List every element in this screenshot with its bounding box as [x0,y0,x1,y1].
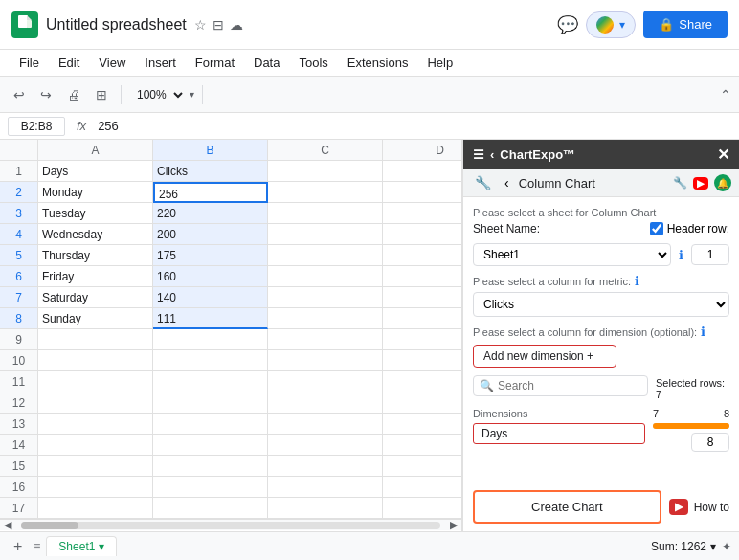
cell-c9[interactable] [268,329,383,350]
sum-chevron[interactable]: ▾ [710,540,716,553]
cell-a6[interactable]: Friday [38,266,153,287]
hscroll-track[interactable] [21,522,440,529]
redo-button[interactable]: ↪ [34,84,57,105]
panel-tools-button[interactable]: 🔧 [471,173,495,192]
horizontal-scrollbar[interactable]: ◀ ▶ [0,519,461,530]
print-button[interactable]: 🖨 [61,84,86,105]
scroll-right-arrow[interactable]: ▶ [446,519,461,531]
youtube-icon[interactable]: ▶ [693,177,708,190]
cell-a9[interactable] [38,329,153,350]
cell-b6[interactable]: 160 [153,266,268,287]
col-header-a[interactable]: A [38,140,153,161]
menu-edit[interactable]: Edit [51,54,87,72]
undo-button[interactable]: ↩ [8,84,31,105]
menu-help[interactable]: Help [419,54,460,72]
menu-format[interactable]: Format [188,54,242,72]
header-row-checkbox[interactable] [650,222,663,235]
cell-d5[interactable] [383,245,461,266]
cell-b7[interactable]: 140 [153,287,268,308]
row-num-8: 8 [0,308,38,329]
panel-menu-icon[interactable]: ☰ [473,147,484,162]
formula-input[interactable] [98,119,731,133]
table-row: 10 [0,350,461,371]
cell-d7[interactable] [383,287,461,308]
cell-c4[interactable] [268,224,383,245]
cell-c3[interactable] [268,203,383,224]
menu-file[interactable]: File [11,54,47,72]
cell-b3[interactable]: 220 [153,203,268,224]
cell-a7[interactable]: Saturday [38,287,153,308]
metric-select[interactable]: Clicks [473,292,729,317]
bell-icon[interactable]: 🔔 [714,174,731,191]
scroll-left-arrow[interactable]: ◀ [0,519,15,531]
menu-view[interactable]: View [91,54,133,72]
cell-a8[interactable]: Sunday [38,308,153,329]
cell-d1[interactable] [383,161,461,182]
cell-b4[interactable]: 200 [153,224,268,245]
cell-b2[interactable]: 256 [153,182,268,203]
star-icon[interactable]: ☆ [194,17,207,33]
cell-c6[interactable] [268,266,383,287]
row-range-fill [653,423,729,429]
panel-tool-icon[interactable]: 🔧 [673,176,687,190]
col-header-d[interactable]: D [383,140,461,161]
menu-tools[interactable]: Tools [291,54,335,72]
how-to-button[interactable]: ▶ How to [669,499,729,515]
cell-a2[interactable]: Monday [38,182,153,203]
cell-d9[interactable] [383,329,461,350]
panel-close-button[interactable]: ✕ [717,146,729,164]
cell-b5[interactable]: 175 [153,245,268,266]
col-header-b[interactable]: B [153,140,268,161]
add-dimension-button[interactable]: Add new dimension + [473,345,616,368]
cell-c5[interactable] [268,245,383,266]
cell-b8[interactable]: 111 [153,308,268,329]
explore-button[interactable]: ✦ [722,540,731,553]
cell-a1[interactable]: Days [38,161,153,182]
cell-c8[interactable] [268,308,383,329]
cloud-save-icon[interactable]: ⊟ [213,17,224,33]
search-input[interactable] [498,379,641,392]
cell-d2[interactable] [383,182,461,203]
menu-extensions[interactable]: Extensions [340,54,416,72]
menu-insert[interactable]: Insert [137,54,184,72]
cell-b9[interactable] [153,329,268,350]
meet-button[interactable]: ▾ [586,11,636,38]
cell-c7[interactable] [268,287,383,308]
panel-back-icon[interactable]: ‹ [490,147,494,162]
table-row: 1 Days Clicks [0,161,461,182]
sheet-list-button[interactable]: ≡ [28,540,46,553]
cell-d8[interactable] [383,308,461,329]
collapse-button[interactable]: ⌃ [720,87,731,102]
cell-reference[interactable] [8,117,65,136]
sheet-name-select[interactable]: Sheet1 [473,243,671,266]
menu-data[interactable]: Data [246,54,287,72]
dim-item-days[interactable]: Days [473,423,645,444]
cell-a5[interactable]: Thursday [38,245,153,266]
comment-icon[interactable]: 💬 [557,14,578,35]
col-header-c[interactable]: C [268,140,383,161]
metric-info-icon[interactable]: ℹ [635,274,639,288]
cell-a3[interactable]: Tuesday [38,203,153,224]
add-sheet-button[interactable]: + [8,538,28,555]
row-end-input[interactable] [691,433,729,452]
dim-info-icon[interactable]: ℹ [701,325,705,339]
sheet-tab[interactable]: Sheet1 ▾ [46,536,117,556]
cloud-icon[interactable]: ☁ [230,17,243,33]
cell-b1[interactable]: Clicks [153,161,268,182]
create-chart-button[interactable]: Create Chart [473,490,661,524]
cell-a4[interactable]: Wednesday [38,224,153,245]
cell-c2[interactable] [268,182,383,203]
panel-back-button[interactable]: ‹ [501,173,513,192]
zoom-select[interactable]: 100% 75% 125% [129,85,186,104]
cell-d3[interactable] [383,203,461,224]
cell-c1[interactable] [268,161,383,182]
cell-d4[interactable] [383,224,461,245]
sheet-info-icon[interactable]: ℹ [679,248,683,262]
row-range-track[interactable] [653,423,729,429]
table-row: 9 [0,329,461,350]
share-button[interactable]: 🔒 Share [643,11,728,38]
hscroll-thumb[interactable] [21,522,78,529]
header-row-input[interactable] [691,244,729,265]
format-paint-button[interactable]: ⊞ [90,84,113,105]
cell-d6[interactable] [383,266,461,287]
